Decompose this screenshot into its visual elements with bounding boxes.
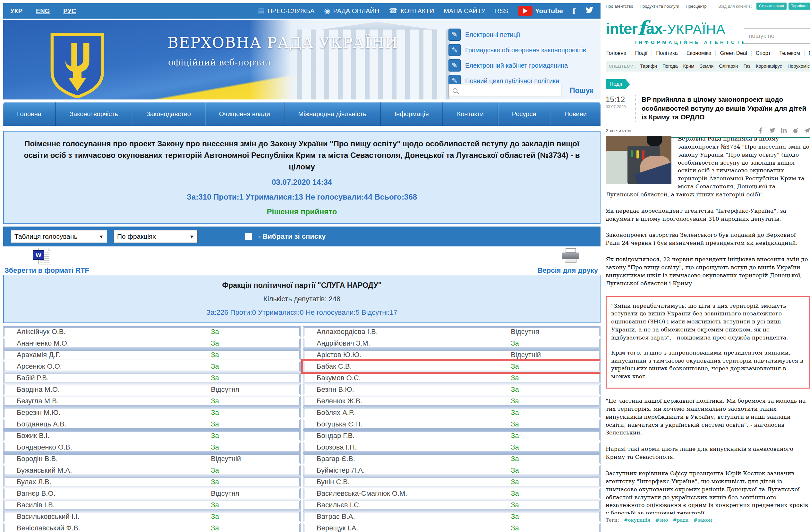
vote-row[interactable]: Васильковський І.І.За [3,511,301,522]
vote-row[interactable]: Верещук І.А.За [303,523,600,532]
vote-row[interactable]: Арістов Ю.Ю.Відсутній [303,350,600,360]
interfax-top-link[interactable]: Продукти та послуги [639,4,679,9]
topbar-link-РАДА ОНЛАЙН[interactable]: ◉РАДА ОНЛАЙН [324,7,379,15]
vote-row[interactable]: Брагар Є.В.За [303,453,600,464]
topbar-link-ПРЕС-СЛУЖБА[interactable]: ▤ПРЕС-СЛУЖБА [258,7,314,15]
tag-закон[interactable]: #закон [694,517,712,523]
special-topic-Земля[interactable]: Земля [700,64,713,69]
lang-link-РУС[interactable]: РУС [63,7,76,15]
vote-row[interactable]: Ананченко М.О.За [3,338,301,349]
interfax-search-input[interactable] [744,28,810,44]
vote-row[interactable]: Борзова І.Н.За [303,442,600,453]
vote-row[interactable]: Бунін С.В.За [303,477,600,487]
vote-row[interactable]: Булах Л.В.За [3,477,301,487]
vote-row[interactable]: Богданець А.В.За [3,419,301,430]
vote-table-select[interactable]: Таблиця голосувань ▼ [11,230,107,243]
vote-row[interactable]: Арсенюк О.О.За [3,361,301,372]
vote-row[interactable]: Андрійович З.М.За [303,338,600,349]
vote-row[interactable]: Безгін В.Ю.За [303,384,600,395]
topbar-link-МАПА САЙТУ[interactable]: МАПА САЙТУ [444,7,485,15]
lang-link-УКР[interactable]: УКР [10,7,22,15]
twitter-icon[interactable] [585,6,594,16]
vote-row[interactable]: Божик В.І.За [3,430,301,441]
vote-row[interactable]: Березін М.Ю.За [3,407,301,418]
facebook-icon[interactable]: f [572,6,576,16]
word-document-icon[interactable]: W [33,248,51,266]
vote-row[interactable]: Васильєв І.С.За [303,500,600,511]
vote-row[interactable]: Бондаренко О.В.За [3,442,301,453]
special-topic-Крим[interactable]: Крим [683,64,695,69]
tag-зно[interactable]: #зно [655,517,668,523]
vote-row[interactable]: Веніславський Ф.В.За [3,523,301,532]
vote-row[interactable]: Бабій Р.В.За [3,372,301,384]
select-from-list-checkbox[interactable] [245,233,252,240]
telegram-share-icon[interactable] [804,127,810,133]
vote-row[interactable]: Бардіна М.О.Відсутня [3,384,301,395]
interfax-nav-Головна[interactable]: Головна [606,50,631,56]
tag-окупація[interactable]: #окупація [624,517,651,523]
special-topic-Погода[interactable]: Погода [662,64,678,69]
printer-icon[interactable] [562,248,579,263]
nav-item-Інформація[interactable]: Інформація [381,102,443,126]
special-topic-Тарифи[interactable]: Тарифи [640,64,657,69]
quicklink-2[interactable]: ✎Громадське обговорення законопроектів [449,42,599,58]
save-rtf-link[interactable]: Зберегти в форматі RTF [4,266,89,275]
vote-row[interactable]: Василевська-Смаглюк О.М.За [303,488,600,499]
section-tag-podii[interactable]: Події [606,79,630,89]
quicklink-1[interactable]: ✎Електронні петиції [449,27,599,42]
interfax-top-link[interactable]: Про агентство [606,4,633,9]
topbar-link-RSS[interactable]: RSS [495,7,508,15]
interfax-nav-Green Deal[interactable]: Green Deal [716,50,751,56]
vote-row[interactable]: Безугла М.В.За [3,396,301,406]
interfax-nav-Події[interactable]: Події [631,50,652,56]
vote-row[interactable]: Бужанський М.А.За [3,465,301,476]
vote-row[interactable]: Бабак С.В.За [303,361,600,372]
nav-item-Головна[interactable]: Головна [3,102,56,126]
vote-row[interactable]: Вагнєр В.О.Відсутня [3,488,301,499]
search-button[interactable]: Пошук [570,86,594,95]
interfax-nav-Спорт[interactable]: Спорт [751,50,775,56]
vote-row[interactable]: Василів І.В.За [3,500,301,511]
vote-row[interactable]: Беленюк Ж.В.За [303,396,600,406]
vote-row[interactable]: Бондар Г.В.За [303,430,600,441]
linkedin-share-icon[interactable] [781,127,787,133]
vote-row[interactable]: Боблях А.Р.За [303,407,600,418]
facebook-share-icon[interactable] [758,127,764,133]
tag-рада[interactable]: #рада [673,517,688,523]
search-input[interactable] [461,85,557,96]
vote-row[interactable]: Буймістер Л.А.За [303,465,600,476]
reddit-share-icon[interactable] [792,127,798,133]
by-faction-select[interactable]: По фракціях ▼ [114,230,198,243]
vote-row[interactable]: Богуцька Є.П.За [303,419,600,430]
vote-row[interactable]: Аліксійчук О.В.За [3,326,301,337]
interfax-nav-Економіка[interactable]: Економіка [682,50,716,56]
nav-item-Законодавство[interactable]: Законодавство [132,102,205,126]
vote-row[interactable]: Бакумов О.С.За [303,372,600,384]
special-topic-Коронавірус[interactable]: Коронавірус [756,64,782,69]
nav-item-Новини[interactable]: Новини [550,102,600,126]
vote-row[interactable]: Арахамія Д.Г.За [3,350,301,360]
twitter-share-icon[interactable] [769,127,775,133]
print-version-link[interactable]: Версія для друку [538,266,598,275]
nav-item-Контакти[interactable]: Контакти [443,102,498,126]
nav-item-Очищення влади[interactable]: Очищення влади [205,102,285,126]
topbar-link-КОНТАКТИ[interactable]: ☎КОНТАКТИ [389,7,434,15]
login-button-Термінал[interactable]: Термінал [789,3,810,10]
search-box[interactable] [449,84,562,97]
interfax-nav-Політика[interactable]: Політика [652,50,682,56]
nav-item-Ресурси[interactable]: Ресурси [498,102,551,126]
vote-row[interactable]: Бородін В.В.Відсутній [3,453,301,464]
special-topic-Нерухомість[interactable]: Нерухомість [788,64,810,69]
lang-link-ENG[interactable]: ENG [36,7,50,15]
quicklink-3[interactable]: ✎Електронний кабінет громадянина [449,58,599,73]
login-button-Стрічки новин[interactable]: Стрічки новин [757,3,787,10]
nav-item-Міжнародна діяльність[interactable]: Міжнародна діяльність [285,102,381,126]
special-topic-Олігархи[interactable]: Олігархи [719,64,738,69]
special-topic-Газ[interactable]: Газ [743,64,750,69]
interfax-top-link[interactable]: Пресцентр [686,4,707,9]
interfax-nav-Медицина[interactable]: Медицина [805,50,810,56]
nav-item-Законотворчість[interactable]: Законотворчість [56,102,132,126]
vote-row[interactable]: Ватрас В.А.За [303,511,600,522]
interfax-nav-Телеком[interactable]: Телеком [775,50,805,56]
youtube-link[interactable]: YouTube [518,6,563,16]
